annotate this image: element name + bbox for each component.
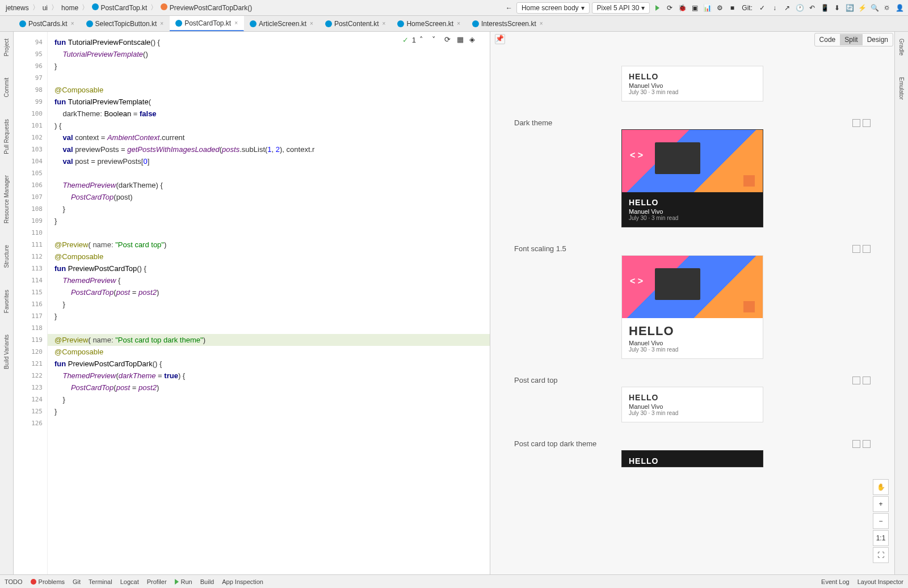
code-line[interactable]: fun TutorialPreviewTemplate( [48, 96, 490, 108]
code-line[interactable]: } [48, 310, 490, 322]
close-icon[interactable]: × [234, 20, 238, 26]
run-config-dropdown[interactable]: Home screen body ▾ [516, 2, 590, 14]
bottom-tool-button[interactable]: Event Log [821, 578, 850, 585]
tool-window-button[interactable]: Project [2, 36, 11, 58]
preview-deploy-icon[interactable] [852, 377, 860, 384]
line-number[interactable]: 104 [14, 155, 47, 167]
sync-icon[interactable]: 🔄 [844, 3, 855, 13]
tool-window-button[interactable]: Resource Manager [2, 173, 11, 226]
profiler-icon[interactable]: 📊 [702, 3, 712, 13]
breadcrumb-item[interactable]: PreviewPostCardTopDark() [158, 3, 254, 12]
tool-window-button[interactable]: Pull Requests [2, 117, 11, 156]
bottom-tool-button[interactable]: Logcat [120, 578, 139, 585]
code-line[interactable] [48, 417, 490, 429]
project-structure-icon[interactable]: ⚡ [857, 3, 867, 13]
code-line[interactable]: PostCardTop(post = post2) [48, 286, 490, 298]
code-line[interactable] [48, 322, 490, 334]
breadcrumb-item[interactable]: PostCardTop.kt [90, 3, 149, 12]
back-icon[interactable]: ← [504, 3, 514, 13]
git-push-icon[interactable]: ↗ [782, 3, 792, 13]
prev-highlight-icon[interactable]: ˄ [419, 35, 428, 44]
line-number[interactable]: 124 [14, 394, 47, 405]
stop-icon[interactable]: ■ [727, 3, 737, 13]
line-number[interactable]: 123 [14, 382, 47, 394]
code-line[interactable] [48, 72, 490, 84]
line-number[interactable]: 101 [14, 120, 47, 132]
debug-icon[interactable]: 🐞 [677, 3, 687, 13]
git-commit-icon[interactable]: ✓ [757, 3, 767, 13]
code-line[interactable]: PostCardTop(post) [48, 191, 490, 203]
line-number[interactable]: 106 [14, 179, 47, 191]
settings-icon[interactable]: ⛭ [882, 3, 892, 13]
next-highlight-icon[interactable]: ˅ [432, 35, 441, 44]
line-number[interactable]: 126 [14, 417, 47, 429]
coverage-icon[interactable]: ▣ [690, 3, 700, 13]
code-line[interactable]: val context = AmbientContext.current [48, 132, 490, 143]
zoom-button[interactable]: ✋ [873, 479, 889, 495]
line-number[interactable]: 97 [14, 72, 47, 84]
bottom-tool-button[interactable]: Terminal [89, 578, 112, 585]
line-number[interactable]: 113 [14, 263, 47, 274]
tool-window-button[interactable]: Build Variants [2, 332, 11, 371]
code-line[interactable]: } [48, 405, 490, 417]
line-number[interactable]: 109 [14, 215, 47, 227]
code-area[interactable]: ✓ 1 ˄ ˅ ⟳ ▦ ◈ fun TutorialPreviewFontsca… [48, 32, 490, 574]
code-line[interactable]: @Preview( name: "Post card top") [48, 239, 490, 251]
line-number[interactable]: 114 [14, 274, 47, 286]
line-number[interactable]: 96 [14, 60, 47, 72]
device-dropdown[interactable]: Pixel 5 API 30 ▾ [592, 2, 650, 14]
code-line[interactable]: } [48, 60, 490, 72]
code-line[interactable]: val post = previewPosts[0] [48, 155, 490, 167]
close-icon[interactable]: × [382, 20, 386, 27]
line-number[interactable]: 115 [14, 286, 47, 298]
apply-changes-icon[interactable]: ⟳ [665, 3, 675, 13]
bottom-tool-button[interactable]: Layout Inspector [857, 578, 903, 585]
code-line[interactable]: } [48, 203, 490, 215]
zoom-button[interactable]: − [873, 513, 889, 529]
close-icon[interactable]: × [457, 20, 460, 27]
preview-deploy-icon[interactable] [863, 245, 871, 253]
code-line[interactable]: darkTheme: Boolean = false [48, 108, 490, 120]
code-line[interactable]: } [48, 298, 490, 310]
close-icon[interactable]: × [71, 20, 74, 27]
line-number[interactable]: 100 [14, 108, 47, 120]
preview-card[interactable]: HELLOManuel VivoJuly 30 · 3 min read [621, 255, 763, 359]
line-number[interactable]: 118 [14, 322, 47, 334]
code-line[interactable]: } [48, 394, 490, 405]
tool-window-button[interactable]: Favorites [2, 287, 11, 315]
avd-icon[interactable]: 📱 [819, 3, 830, 13]
view-mode-split[interactable]: Split [840, 34, 862, 45]
attach-debugger-icon[interactable]: ⚙ [714, 3, 725, 13]
code-line[interactable]: fun PreviewPostCardTopDark() { [48, 358, 490, 370]
code-line[interactable]: TutorialPreviewTemplate() [48, 48, 490, 60]
line-number[interactable]: 103 [14, 143, 47, 155]
line-number[interactable]: 121 [14, 358, 47, 370]
code-line[interactable]: val previewPosts = getPostsWithImagesLoa… [48, 143, 490, 155]
line-number[interactable]: 125 [14, 405, 47, 417]
code-line[interactable] [48, 167, 490, 179]
line-number[interactable]: 111 [14, 239, 47, 251]
file-tab[interactable]: PostContent.kt× [320, 16, 392, 31]
breadcrumb-item[interactable]: home [59, 3, 81, 12]
preview-list[interactable]: HELLOManuel VivoJuly 30 · 3 min readDark… [490, 54, 894, 479]
bottom-tool-button[interactable]: Git [73, 578, 81, 585]
tool-window-button[interactable]: Structure [2, 243, 11, 270]
line-number[interactable]: 116 [14, 298, 47, 310]
git-history-icon[interactable]: 🕐 [794, 3, 805, 13]
bottom-tool-button[interactable]: Problems [31, 578, 65, 585]
code-line[interactable]: ) { [48, 120, 490, 132]
breadcrumb-item[interactable]: jetnews [3, 3, 31, 12]
code-line[interactable] [48, 227, 490, 239]
line-number[interactable]: 98 [14, 84, 47, 96]
zoom-button[interactable]: + [873, 496, 889, 512]
code-line[interactable]: @Composable [48, 251, 490, 263]
preview-deploy-icon[interactable] [852, 440, 860, 448]
close-icon[interactable]: × [160, 20, 163, 27]
line-number[interactable]: 102 [14, 132, 47, 143]
preview-deploy-icon[interactable] [852, 119, 860, 127]
sdk-icon[interactable]: ⬇ [832, 3, 842, 13]
line-number[interactable]: 95 [14, 48, 47, 60]
bottom-tool-button[interactable]: Run [175, 578, 192, 585]
file-tab[interactable]: PostCardTop.kt× [170, 16, 244, 31]
breadcrumb-item[interactable]: ui [40, 3, 50, 12]
